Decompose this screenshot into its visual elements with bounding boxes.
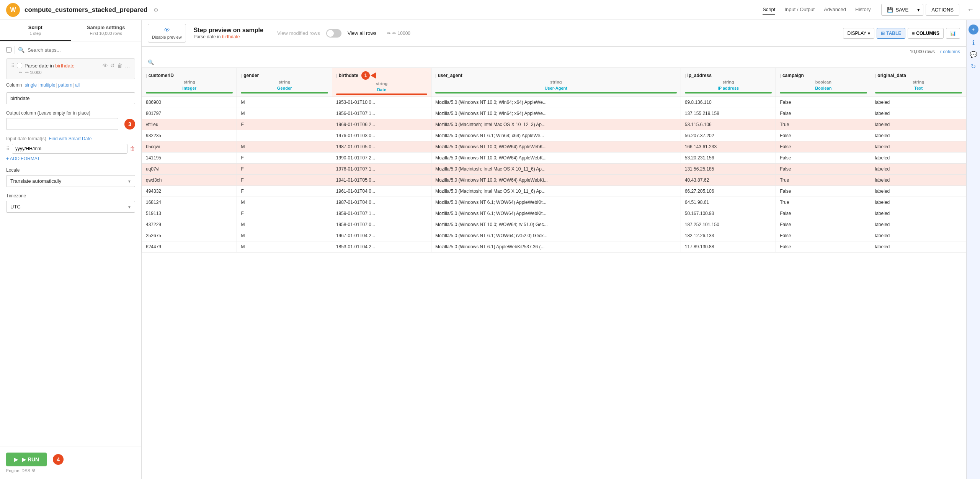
table-cell: False	[776, 108, 871, 119]
save-icon: 💾	[887, 7, 893, 13]
tab-sample-settings[interactable]: Sample settings First 10,000 rows	[71, 20, 142, 41]
table-cell: qwd3ch	[142, 175, 237, 186]
table-search-bar: 🔍	[142, 57, 966, 68]
table-cell: labeled	[871, 130, 966, 141]
format-drag-icon[interactable]: ⠿	[6, 146, 10, 151]
preview-subtitle: Parse date in birthdate	[194, 34, 263, 39]
nav-advanced[interactable]: Advanced	[824, 5, 846, 15]
delete-format-icon[interactable]: 🗑	[130, 146, 135, 152]
recipe-settings-icon[interactable]: ⚙	[154, 7, 158, 13]
table-row: 252675M1967-01-01T04:2...Mozilla/5.0 (Wi…	[142, 230, 966, 241]
columns-button[interactable]: ≡ COLUMNS	[908, 28, 944, 39]
display-button[interactable]: DISPLAY ▾	[843, 28, 874, 39]
engine-info: Engine: DSS ⚙	[6, 468, 36, 473]
table-cell: False	[776, 164, 871, 175]
table-cell: 66.27.205.106	[681, 186, 776, 197]
table-cell: Mozilla/5.0 (Windows NT 10.0; WOW64) App…	[431, 175, 681, 186]
display-chevron-icon: ▾	[868, 31, 870, 36]
table-cell: False	[776, 130, 871, 141]
back-button[interactable]: ←	[967, 6, 974, 14]
sync-icon[interactable]: ↻	[971, 63, 976, 70]
smart-date-link[interactable]: Find with Smart Date	[49, 136, 91, 141]
table-cell: 40.43.87.62	[681, 175, 776, 186]
table-cell: 1959-01-01T07:1...	[332, 208, 431, 219]
info-icon[interactable]: ℹ	[972, 39, 975, 46]
chart-button[interactable]: 📊	[946, 28, 960, 39]
table-cell: 252675	[142, 230, 237, 241]
chat-icon[interactable]: 💬	[970, 51, 977, 58]
add-icon[interactable]: +	[969, 25, 978, 34]
table-cell: 624479	[142, 241, 237, 253]
timezone-select[interactable]: UTC	[6, 201, 135, 213]
table-cell: 494332	[142, 186, 237, 197]
table-cell: labeled	[871, 186, 966, 197]
step-checkbox[interactable]	[17, 63, 22, 68]
table-cell: Mozilla/5.0 (Windows NT 6.1; WOW64; rv:5…	[431, 230, 681, 241]
table-cell: True	[776, 175, 871, 186]
table-cell: 932235	[142, 130, 237, 141]
annotation-1: 1	[361, 71, 370, 80]
tab-script[interactable]: Script 1 step	[0, 20, 71, 41]
table-cell: Mozilla/5.0 (Windows NT 6.1; WOW64) Appl…	[431, 197, 681, 208]
table-cell: Mozilla/5.0 (Windows NT 6.1; WOW64) Appl…	[431, 208, 681, 219]
save-dropdown-button[interactable]: ▾	[914, 4, 923, 16]
table-cell: 141195	[142, 153, 237, 164]
table-cell: M	[237, 230, 332, 241]
disable-preview-button[interactable]: 👁 Disable preview	[148, 24, 186, 43]
col-count-text[interactable]: 7 columns	[939, 49, 960, 54]
pencil-preview-icon: ✏	[387, 31, 391, 36]
col-multiple-link[interactable]: multiple	[39, 82, 55, 90]
table-cell: 64.51.98.61	[681, 197, 776, 208]
eye-icon[interactable]: 👁	[103, 62, 108, 69]
data-table-wrapper[interactable]: |customerID string Integer |gender strin…	[142, 68, 966, 479]
locale-select[interactable]: Translate automatically	[6, 175, 135, 187]
view-modified-toggle[interactable]	[326, 29, 341, 38]
more-options-icon[interactable]: …	[125, 62, 130, 69]
table-row: 886900M1953-01-01T10:0...Mozilla/5.0 (Wi…	[142, 97, 966, 108]
col-all-link[interactable]: all	[75, 82, 80, 90]
table-cell: Mozilla/5.0 (Windows NT 6.1) AppleWebKit…	[431, 241, 681, 253]
table-cell: 50.167.100.93	[681, 208, 776, 219]
table-cell: 182.12.26.133	[681, 230, 776, 241]
table-cell: 187.252.101.150	[681, 219, 776, 230]
column-label: Column	[6, 82, 22, 88]
column-input[interactable]	[6, 92, 135, 104]
run-button[interactable]: ▶ ▶ RUN	[6, 453, 47, 466]
save-button[interactable]: 💾 SAVE	[881, 4, 914, 16]
col-icon: |	[685, 74, 686, 78]
col-pattern-link[interactable]: pattern	[58, 82, 72, 90]
table-cell: labeled	[871, 208, 966, 219]
table-row: 519113F1959-01-01T07:1...Mozilla/5.0 (Wi…	[142, 208, 966, 219]
annotation-4: 4	[53, 454, 64, 465]
col-icon: |	[435, 74, 436, 78]
table-cell: labeled	[871, 119, 966, 130]
table-cell: 1990-01-01T07:2...	[332, 153, 431, 164]
delete-step-icon[interactable]: 🗑	[117, 62, 122, 69]
output-column-input[interactable]	[6, 118, 118, 130]
engine-settings-icon[interactable]: ⚙	[32, 468, 36, 473]
add-format-button[interactable]: + ADD FORMAT	[6, 156, 135, 161]
refresh-icon[interactable]: ↺	[110, 62, 115, 69]
table-cell: 69.8.136.110	[681, 97, 776, 108]
table-button[interactable]: ⊞ TABLE	[877, 28, 905, 39]
table-cell: labeled	[871, 230, 966, 241]
drag-handle-icon[interactable]: ⠿	[11, 63, 15, 68]
top-bar: W compute_customers_stacked_prepared ⚙ S…	[0, 0, 980, 20]
table-cell: Mozilla/5.0 (Windows NT 10.0; WOW64) App…	[431, 153, 681, 164]
col-single-link[interactable]: single	[25, 82, 37, 90]
table-row: 801797M1956-01-01T07:1...Mozilla/5.0 (Wi…	[142, 108, 966, 119]
table-cell: labeled	[871, 141, 966, 153]
search-steps-input[interactable]	[28, 47, 135, 53]
table-row: 168124M1987-01-01T04:0...Mozilla/5.0 (Wi…	[142, 197, 966, 208]
select-all-checkbox[interactable]	[6, 47, 11, 52]
format-input[interactable]	[12, 144, 127, 154]
table-cell: 1956-01-01T07:1...	[332, 108, 431, 119]
nav-input-output[interactable]: Input / Output	[784, 5, 815, 15]
nav-script[interactable]: Script	[763, 5, 775, 15]
col-header-ip-address: |ip_address string IP address	[681, 68, 776, 97]
preview-controls: DISPLAY ▾ ⊞ TABLE ≡ COLUMNS 📊	[843, 28, 960, 39]
nav-history[interactable]: History	[855, 5, 871, 15]
actions-button[interactable]: ACTIONS	[926, 4, 959, 16]
output-column-section: Output column (Leave empty for in place)…	[6, 110, 135, 130]
right-panel: 👁 Disable preview Step preview on sample…	[142, 20, 966, 479]
